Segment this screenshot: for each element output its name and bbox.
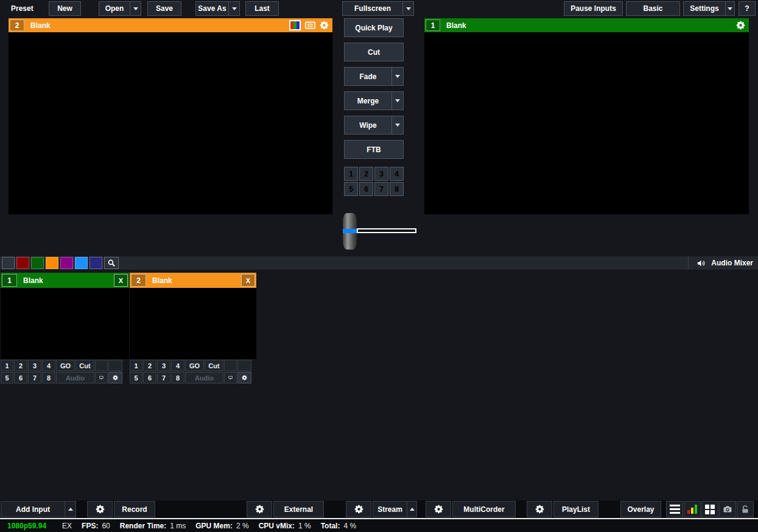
input-1-overlay-3-button[interactable]: 3 [28,360,41,371]
basic-button[interactable]: Basic [626,1,680,16]
category-swatch-orange[interactable] [46,257,58,269]
external-settings-button[interactable] [247,501,272,517]
fade-button[interactable]: Fade [345,68,391,85]
preview-header[interactable]: 2 Blank [9,18,332,32]
playlist-settings-button[interactable] [527,501,552,517]
playlist-button[interactable]: PlayList [553,501,598,517]
input-2-overlay-6-button[interactable]: 6 [143,372,156,383]
tbar-handle[interactable] [343,213,357,250]
input-2-overlay-3-button[interactable]: 3 [157,360,170,371]
input-2-go-button[interactable]: GO [185,360,204,371]
transition-number-7[interactable]: 7 [374,182,388,196]
input-1-overlay-4-button[interactable]: 4 [42,360,55,371]
input-2-overlay-7-button[interactable]: 7 [157,372,170,383]
category-swatch-red[interactable] [16,257,29,269]
multicorder-button[interactable]: MultiCorder [452,501,516,517]
gear-icon[interactable] [320,21,329,30]
audio-mixer-toggle[interactable]: Audio Mixer [688,256,758,270]
quick-play-button[interactable]: Quick Play [344,18,404,37]
input-1-go-button[interactable]: GO [56,360,75,371]
output-header[interactable]: 1 Blank [424,18,749,32]
record-button[interactable]: Record [114,501,155,517]
audio-meters-button[interactable] [684,501,701,517]
fullscreen-dropdown-button[interactable] [402,2,413,15]
stream-dropdown-button[interactable] [407,502,416,517]
monitor-icon[interactable] [305,21,315,29]
input-2-overlay-4-button[interactable]: 4 [171,360,184,371]
overlay-button[interactable]: Overlay [620,501,661,517]
save-as-button[interactable]: Save As [196,2,228,15]
input-1-fullscreen-button[interactable] [95,372,108,383]
transition-number-8[interactable]: 8 [390,182,404,196]
ftb-button[interactable]: FTB [344,140,404,159]
input-2-overlay-5-button[interactable]: 5 [130,372,142,383]
merge-dropdown-button[interactable] [391,92,403,110]
multiview-layout-button[interactable] [701,501,718,517]
input-1-overlay-1-button[interactable]: 1 [1,360,13,371]
fullscreen-button[interactable]: Fullscreen [343,2,402,15]
input-1-overlay-8-button[interactable]: 8 [42,372,55,383]
transition-number-6[interactable]: 6 [359,182,373,196]
merge-button[interactable]: Merge [345,92,391,110]
colorbars-icon[interactable] [289,20,301,30]
snapshot-button[interactable] [719,501,736,517]
add-input-dropdown-button[interactable] [65,502,75,517]
input-1-thumbnail[interactable] [1,288,129,359]
category-swatch-purple[interactable] [60,257,73,269]
input-2-fullscreen-button[interactable] [224,372,237,383]
lock-button[interactable] [737,501,754,517]
save-button[interactable]: Save [147,1,181,16]
cut-button[interactable]: Cut [344,43,404,61]
wipe-dropdown-button[interactable] [391,116,403,134]
transition-number-2[interactable]: 2 [359,167,373,181]
settings-button[interactable]: Settings [684,2,725,15]
input-1-settings-button[interactable] [108,372,122,383]
category-swatch-green[interactable] [31,257,44,269]
input-1-audio-button[interactable]: Audio [56,372,94,383]
input-2-settings-button[interactable] [237,372,251,383]
input-2-overlay-8-button[interactable]: 8 [171,372,184,383]
search-button[interactable] [104,257,119,269]
add-input-button[interactable]: Add Input [1,502,65,517]
stream-button[interactable]: Stream [373,502,407,517]
input-1-overlay-7-button[interactable]: 7 [28,372,41,383]
pause-inputs-button[interactable]: Pause Inputs [564,1,623,16]
save-as-dropdown-button[interactable] [228,2,239,15]
input-2-overlay-1-button[interactable]: 1 [130,360,142,371]
transition-number-3[interactable]: 3 [374,167,388,181]
stream-settings-button[interactable] [346,501,371,517]
record-settings-button[interactable] [87,501,113,517]
transition-number-1[interactable]: 1 [344,167,358,181]
input-1-overlay-5-button[interactable]: 5 [1,372,13,383]
input-2-audio-button[interactable]: Audio [185,372,223,383]
input-1-close-button[interactable]: X [114,274,128,287]
input-1-header[interactable]: 1 Blank X [1,273,129,288]
wipe-button[interactable]: Wipe [345,116,391,134]
input-1-spacer-cell [95,360,108,371]
category-swatch-navy[interactable] [89,257,102,269]
input-2-overlay-2-button[interactable]: 2 [143,360,156,371]
transition-number-4[interactable]: 4 [390,167,404,181]
last-button[interactable]: Last [245,1,279,16]
input-2-cut-button[interactable]: Cut [205,360,223,371]
external-button[interactable]: External [273,501,324,517]
category-swatch-default[interactable] [2,257,15,269]
input-2-close-button[interactable]: X [241,274,255,287]
settings-dropdown-button[interactable] [725,2,734,15]
input-1-cut-button[interactable]: Cut [75,360,94,371]
fade-dropdown-button[interactable] [391,68,403,85]
new-button[interactable]: New [49,1,81,16]
transition-number-5[interactable]: 5 [344,182,358,196]
input-2-header[interactable]: 2 Blank X [130,273,256,288]
input-2-thumbnail[interactable] [130,288,256,359]
input-1-spacer-cell [108,360,122,371]
help-button[interactable]: ? [739,1,756,16]
multicorder-settings-button[interactable] [426,501,451,517]
category-swatch-blue[interactable] [75,257,88,269]
open-dropdown-button[interactable] [130,2,141,15]
input-1-overlay-6-button[interactable]: 6 [14,372,27,383]
open-button[interactable]: Open [99,2,130,15]
shortcuts-menu-button[interactable] [666,501,683,517]
gear-icon[interactable] [736,21,745,30]
input-1-overlay-2-button[interactable]: 2 [14,360,27,371]
